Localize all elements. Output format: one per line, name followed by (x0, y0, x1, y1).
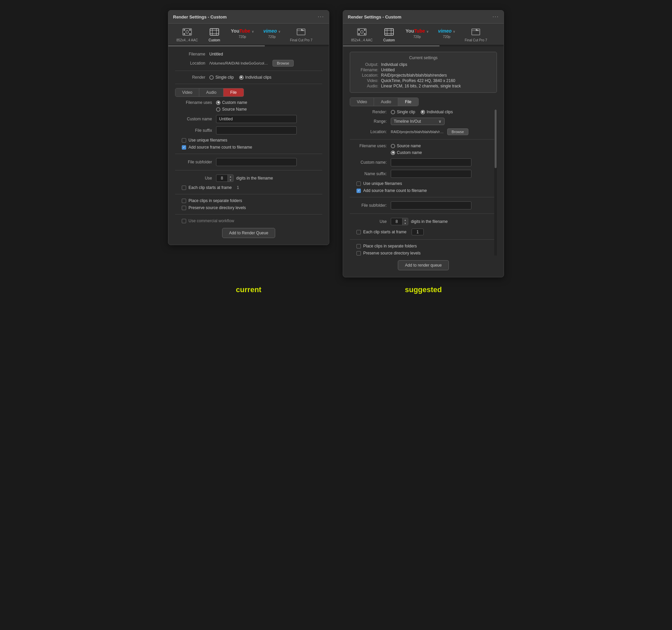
filename-label: Filename (175, 52, 205, 56)
place-clips-checkbox[interactable] (182, 199, 186, 203)
right-tabs: Video Audio File (350, 97, 419, 106)
render-single-radio[interactable]: Single clip (209, 75, 234, 80)
right-film-icon-1 (384, 28, 394, 38)
digits-spinner[interactable]: 8 ▲ ▼ (216, 174, 234, 182)
file-subfolder-input[interactable] (216, 158, 297, 166)
film-icon-0 (183, 28, 192, 38)
right-source-name-radio[interactable]: Source name (391, 143, 422, 148)
right-toolbar: 852x4...4 AAC Custom YouTube ∨ (343, 24, 504, 45)
right-dots-menu[interactable]: ··· (493, 14, 499, 20)
each-clip-label: Each clip starts at frame (189, 185, 232, 190)
preserve-source-row: Preserve source directory levels (182, 205, 322, 210)
right-place-clips-checkbox[interactable] (357, 244, 361, 249)
toolbar-item-0[interactable]: 852x4...4 AAC (172, 26, 202, 45)
toolbar-item-4[interactable]: Final Cut Pro 7 (285, 26, 317, 45)
right-toolbar-label-4: Final Cut Pro 7 (465, 38, 487, 42)
right-toolbar-label-2: 720p (413, 35, 421, 39)
filename-row: Filename Untitled (175, 52, 322, 56)
right-spinner-up[interactable]: ▲ (403, 218, 408, 221)
labels-row: current suggested (168, 285, 504, 294)
toolbar-item-2[interactable]: YouTube ∨ 720p (226, 26, 259, 45)
right-browse-button[interactable]: Browse (447, 129, 469, 135)
spinner-up[interactable]: ▲ (228, 175, 233, 178)
use-unique-label: Use unique filenames (189, 138, 227, 143)
right-custom-name-radio[interactable]: Custom name (391, 150, 422, 155)
right-custom-name-input[interactable] (391, 158, 472, 166)
right-range-value: Timeline In/Out (394, 119, 436, 124)
right-use-unique-row: Use unique filenames (357, 181, 497, 186)
right-file-subfolder-input[interactable] (391, 201, 472, 209)
svg-rect-1 (184, 29, 185, 30)
right-name-suffix-input[interactable] (391, 170, 472, 178)
digits-label: digits in the filename (236, 176, 273, 181)
custom-name-radio[interactable]: Custom name (216, 100, 247, 105)
toolbar-label-1: Custom (209, 38, 220, 42)
right-add-source-checkbox[interactable] (357, 189, 361, 193)
spinner-down[interactable]: ▼ (228, 178, 233, 182)
right-use-unique-checkbox[interactable] (357, 182, 361, 186)
right-use-label: Use (350, 219, 387, 224)
render-individual-radio[interactable]: Individual clips (239, 75, 271, 80)
right-custom-name-label: Custom name (397, 150, 422, 155)
right-toolbar-item-3[interactable]: vimeo ∨ 720p (433, 26, 460, 45)
right-toolbar-item-1[interactable]: Custom (377, 26, 401, 45)
right-spinner-down[interactable]: ▼ (403, 221, 408, 225)
left-dots-menu[interactable]: ··· (318, 14, 324, 20)
render-single-label: Single clip (215, 75, 234, 80)
tab-audio[interactable]: Audio (199, 88, 223, 96)
settings-video-key: Video: (355, 78, 378, 83)
divider-6 (175, 214, 322, 214)
render-radio-group: Single clip Individual clips (209, 75, 271, 80)
right-render-individual-radio[interactable]: Individual clips (421, 110, 453, 114)
tab-file[interactable]: File (223, 88, 243, 96)
custom-name-label: Custom name (175, 117, 212, 121)
right-range-dropdown[interactable]: Timeline In/Out ∨ (391, 118, 445, 125)
file-subfolder-row: File subfolder (175, 158, 322, 166)
right-add-queue-button[interactable]: Add to render queue (398, 260, 449, 270)
right-tab-file[interactable]: File (398, 98, 418, 106)
preserve-source-checkbox[interactable] (182, 206, 186, 210)
right-toolbar-item-2[interactable]: YouTube ∨ 720p (401, 26, 433, 45)
right-range-row: Range: Timeline In/Out ∨ (350, 118, 497, 125)
svg-rect-15 (358, 29, 360, 30)
right-toolbar-item-4[interactable]: Final Cut Pro 7 (460, 26, 492, 45)
right-preserve-source-checkbox[interactable] (357, 251, 361, 256)
film-icon-1 (210, 28, 219, 38)
right-render-single-radio[interactable]: Single clip (391, 110, 415, 114)
right-digits-label: digits in the filename (411, 219, 448, 224)
right-each-clip-checkbox[interactable] (357, 230, 361, 234)
custom-name-row: Custom name (175, 115, 322, 123)
left-add-queue-button[interactable]: Add to Render Queue (222, 228, 275, 238)
right-preserve-source-row: Preserve source directory levels (357, 251, 497, 256)
right-custom-name-row: Custom name: (350, 158, 497, 166)
source-name-radio[interactable]: Source Name (216, 107, 247, 112)
commercial-checkbox[interactable] (182, 219, 186, 223)
right-name-suffix-row: Name suffix: (350, 170, 497, 178)
right-tab-audio[interactable]: Audio (374, 98, 398, 106)
toolbar-item-1[interactable]: Custom (202, 26, 226, 45)
toolbar-item-3[interactable]: vimeo ∨ 720p (259, 26, 285, 45)
file-suffix-input[interactable] (216, 126, 297, 135)
right-tab-video[interactable]: Video (350, 98, 374, 106)
left-panel-title: Render Settings - Custom (173, 15, 227, 20)
place-clips-row: Place clips in separate folders (182, 199, 322, 203)
right-divider-2 (350, 197, 497, 197)
left-panel: Render Settings - Custom ··· 852x4...4 A… (168, 10, 329, 245)
right-scrollbar[interactable] (494, 110, 497, 256)
right-each-clip-input[interactable] (412, 229, 424, 235)
use-unique-checkbox[interactable] (182, 138, 186, 143)
custom-name-input[interactable] (216, 115, 297, 123)
current-settings-box: Current settings Output: Individual clip… (350, 52, 497, 93)
right-digits-spinner[interactable]: 8 ▲ ▼ (391, 218, 408, 225)
right-place-clips-row: Place clips in separate folders (357, 244, 497, 249)
each-clip-checkbox[interactable] (182, 186, 186, 190)
use-unique-row: Use unique filenames (182, 138, 322, 143)
add-source-checkbox[interactable] (182, 145, 186, 149)
right-file-content-wrapper: Render: Single clip Individual clips (350, 110, 497, 256)
right-divider-3 (350, 213, 497, 214)
tab-video[interactable]: Video (175, 88, 199, 96)
left-browse-button[interactable]: Browse (272, 60, 294, 67)
filename-uses-label: Filename uses (175, 100, 212, 105)
right-toolbar-item-0[interactable]: 852x4...4 AAC (346, 26, 377, 45)
divider-2 (175, 84, 322, 84)
